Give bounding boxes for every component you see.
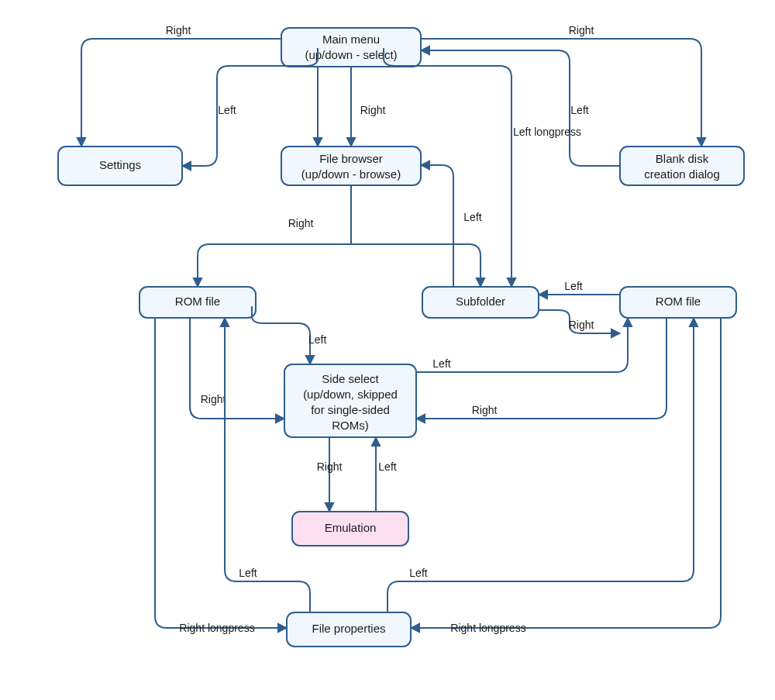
state-diagram: Main menu (up/down - select) Settings Bl…	[0, 0, 775, 700]
node-file-properties: File properties	[287, 612, 411, 647]
edge-label: Left	[564, 280, 582, 292]
node-rom-right: ROM file	[620, 287, 736, 318]
edge-emulation-to-sideselect: Left	[376, 437, 397, 512]
node-label: Emulation	[325, 521, 377, 534]
edge-main-to-settings: Right	[81, 24, 281, 147]
node-label: ROM file	[656, 295, 701, 308]
edge-label: Left	[570, 104, 588, 116]
edge-label: Left	[218, 104, 236, 116]
edge-subfolder-to-filebrowser: Left	[421, 165, 482, 287]
edge-label: Right	[472, 404, 498, 416]
edge-label: Left	[432, 357, 450, 370]
edge-label: Right longpress	[179, 622, 254, 634]
node-label: (up/down, skipped	[303, 388, 398, 401]
node-label: File properties	[312, 622, 385, 635]
node-emulation: Emulation	[292, 512, 408, 546]
node-settings: Settings	[58, 147, 182, 185]
node-side-select: Side select (up/down, skipped for single…	[284, 364, 416, 437]
edge-label: Left longpress	[513, 126, 581, 138]
node-label: Subfolder	[456, 295, 505, 308]
edge-label: Left	[239, 567, 257, 579]
node-label: ROM file	[175, 295, 220, 308]
edge-romleft-to-fileprops: Right longpress	[155, 318, 287, 634]
edge-label: Left	[463, 211, 481, 223]
edge-label: Right	[317, 460, 343, 473]
edge-main-to-filebrowser: Right	[351, 67, 385, 147]
edge-label: Right longpress	[450, 622, 525, 634]
edge-label: Left	[378, 460, 396, 473]
edge-sideselect-to-romleft: Left	[252, 306, 326, 364]
edge-romright-to-sideselect: Right	[416, 318, 666, 419]
edge-filebrowser-branch: Right	[198, 185, 480, 287]
edge-label: Right	[166, 24, 191, 36]
edge-label: Right	[288, 217, 314, 229]
node-label: Blank disk	[656, 152, 709, 165]
edge-romright-to-fileprops: Right longpress	[411, 318, 721, 634]
node-main-menu: Main menu (up/down - select)	[281, 28, 421, 67]
edge-blankdisk-to-main: Left	[421, 50, 620, 166]
node-blank-disk: Blank disk creation dialog	[620, 147, 744, 185]
node-label: Side select	[322, 372, 379, 385]
edge-romleft-to-sideselect: Right	[190, 318, 284, 419]
node-label: creation dialog	[644, 167, 720, 181]
edge-label: Right	[569, 319, 594, 331]
node-label: ROMs)	[332, 419, 369, 432]
node-label: Main menu	[322, 33, 380, 46]
node-subfolder: Subfolder	[422, 287, 539, 318]
edge-subfolder-to-romright: Right	[539, 310, 620, 333]
node-label: Settings	[99, 158, 141, 171]
edge-label: Left	[308, 333, 326, 346]
node-label: File browser	[319, 152, 383, 165]
node-file-browser: File browser (up/down - browse)	[281, 147, 421, 185]
edge-label: Right	[569, 24, 594, 36]
edge-label: Right	[360, 104, 386, 116]
edge-label: Left	[409, 567, 427, 579]
edge-fileprops-to-romleft: Left	[225, 318, 310, 612]
edge-romright-to-subfolder: Left	[539, 280, 620, 295]
node-rom-left: ROM file	[140, 287, 256, 318]
node-label: for single-sided	[311, 403, 390, 416]
edge-label: Right	[201, 393, 226, 405]
node-label: (up/down - browse)	[301, 167, 401, 181]
edge-sideselect-to-romright: Left	[416, 318, 628, 372]
edge-sideselect-to-emulation: Right	[317, 437, 343, 512]
